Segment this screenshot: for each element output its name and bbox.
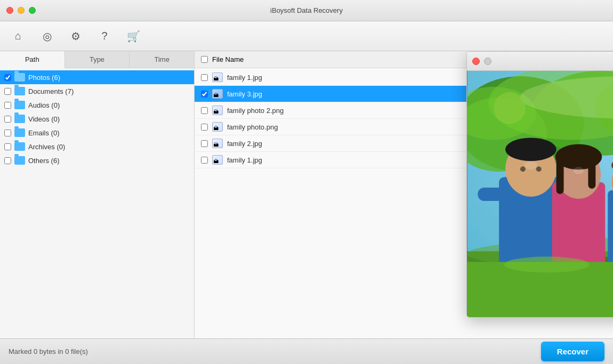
tab-time[interactable]: Time: [130, 51, 194, 68]
svg-point-38: [525, 161, 537, 169]
svg-rect-24: [556, 157, 564, 194]
tree-item-archives[interactable]: Archives (0): [0, 140, 194, 153]
preview-window: ✕ family 3.jpg: [466, 51, 613, 318]
file-name: family photo.png: [227, 123, 278, 131]
window-controls: [6, 7, 36, 14]
archives-checkbox[interactable]: [4, 143, 11, 150]
svg-point-15: [505, 137, 556, 161]
svg-point-17: [536, 166, 542, 172]
status-bar: Marked 0 bytes in 0 file(s) Recover: [0, 338, 613, 364]
documents-label: Documents (7): [28, 87, 74, 95]
preview-back-button[interactable]: [484, 58, 491, 65]
title-bar: iBoysoft Data Recovery: [0, 0, 613, 21]
svg-rect-18: [478, 188, 504, 201]
emails-checkbox[interactable]: [4, 130, 11, 136]
app-title: iBoysoft Data Recovery: [270, 6, 343, 14]
left-panel: Path Type Time Photos (6) Documents (7) …: [0, 51, 195, 338]
folder-icon: [14, 115, 25, 123]
tab-type[interactable]: Type: [65, 51, 130, 68]
tab-path[interactable]: Path: [0, 51, 65, 68]
tree-item-audios[interactable]: Audios (0): [0, 98, 194, 112]
image-icon: [212, 139, 223, 148]
file-name: family 2.jpg: [227, 140, 262, 148]
documents-checkbox[interactable]: [4, 88, 11, 95]
tree-item-videos[interactable]: Videos (0): [0, 112, 194, 126]
audios-label: Audios (0): [28, 101, 60, 109]
preview-image-area: [467, 71, 613, 317]
folder-icon: [14, 156, 25, 165]
file-checkbox[interactable]: [201, 91, 208, 98]
image-icon: [212, 89, 223, 99]
folder-icon: [14, 142, 25, 151]
file-checkbox[interactable]: [201, 157, 208, 164]
svg-point-16: [520, 166, 526, 172]
tabs-bar: Path Type Time: [0, 51, 194, 68]
maximize-button[interactable]: [29, 7, 36, 14]
preview-title-bar: ✕ family 3.jpg: [467, 52, 613, 71]
recover-button[interactable]: Recover: [541, 342, 604, 361]
help-icon[interactable]: ?: [95, 27, 114, 46]
file-checkbox[interactable]: [201, 107, 208, 114]
photos-checkbox[interactable]: [4, 74, 11, 81]
audios-checkbox[interactable]: [4, 102, 11, 109]
emails-label: Emails (0): [28, 129, 60, 137]
preview-close-button[interactable]: ✕: [472, 58, 480, 65]
select-all-checkbox[interactable]: [201, 56, 208, 63]
tree-item-others[interactable]: Others (6): [0, 153, 194, 167]
file-name: family 3.jpg: [227, 90, 262, 98]
image-icon: [212, 106, 223, 115]
svg-rect-25: [588, 157, 595, 189]
status-text: Marked 0 bytes in 0 file(s): [9, 347, 88, 355]
videos-checkbox[interactable]: [4, 116, 11, 123]
scan-icon[interactable]: ◎: [37, 27, 57, 46]
tree-item-documents[interactable]: Documents (7): [0, 84, 194, 98]
tree-container: Photos (6) Documents (7) Audios (0) Vide…: [0, 68, 194, 338]
close-button[interactable]: [6, 7, 13, 14]
file-checkbox[interactable]: [201, 74, 208, 81]
minimize-button[interactable]: [18, 7, 25, 14]
file-checkbox[interactable]: [201, 124, 208, 131]
file-name: family 1.jpg: [227, 156, 262, 164]
others-checkbox[interactable]: [4, 157, 11, 164]
preview-title: family 3.jpg: [496, 58, 613, 65]
svg-point-39: [573, 167, 584, 174]
family-photo-svg: [467, 71, 613, 317]
file-name: family 1.jpg: [227, 74, 262, 82]
image-icon: [212, 122, 223, 132]
file-name-column-header: File Name: [212, 55, 244, 63]
cart-icon[interactable]: 🛒: [124, 27, 143, 46]
tree-item-emails[interactable]: Emails (0): [0, 126, 194, 140]
image-icon: [212, 72, 223, 82]
file-name: family photo 2.png: [227, 107, 284, 115]
svg-point-36: [504, 256, 589, 272]
folder-icon: [14, 128, 25, 137]
settings-icon[interactable]: ⚙: [66, 27, 85, 46]
folder-icon: [14, 73, 25, 82]
tree-item-photos[interactable]: Photos (6): [0, 70, 194, 84]
photos-label: Photos (6): [28, 74, 60, 82]
videos-label: Videos (0): [28, 115, 60, 123]
toolbar: ⌂ ◎ ⚙ ? 🛒: [0, 21, 613, 51]
right-panel: File Name family 1.jpg family 3.jpg fami…: [195, 51, 613, 338]
file-checkbox[interactable]: [201, 140, 208, 147]
folder-icon: [14, 87, 25, 95]
folder-icon: [14, 101, 25, 109]
svg-point-43: [494, 92, 526, 124]
archives-label: Archives (0): [28, 143, 65, 151]
image-icon: [212, 155, 223, 165]
main-area: Path Type Time Photos (6) Documents (7) …: [0, 51, 613, 338]
others-label: Others (6): [28, 157, 60, 165]
home-icon[interactable]: ⌂: [9, 27, 28, 46]
